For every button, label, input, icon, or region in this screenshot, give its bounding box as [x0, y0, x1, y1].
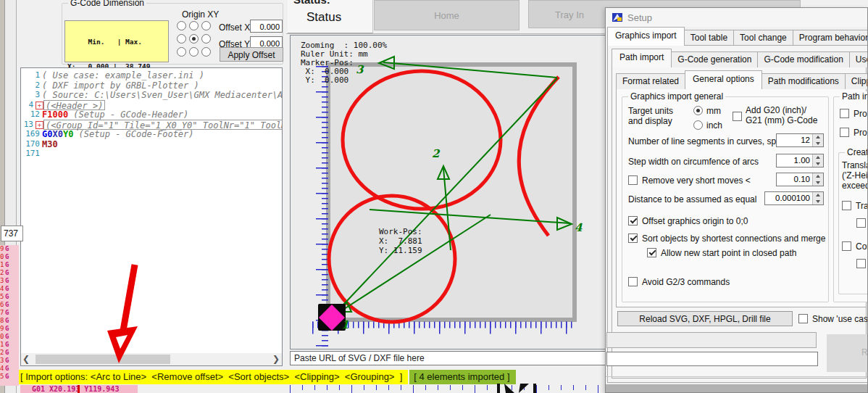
convert-checkbox[interactable] — [842, 241, 851, 251]
radio-inch[interactable] — [693, 120, 703, 130]
status-label: Status — [306, 10, 341, 25]
setup-window-icon — [612, 12, 623, 23]
disabled-info-box — [606, 332, 817, 348]
translate-label: Tran — [856, 201, 868, 211]
path-label-1: 1 — [341, 318, 349, 331]
editor-line[interactable]: 171 — [21, 149, 282, 159]
reload-file-button[interactable]: Reload SVG, DXF, HPGL, Drill file — [617, 311, 793, 326]
scroll-right-arrow-icon[interactable]: ❯ — [272, 354, 280, 364]
work-pos-title: Work-Pos: — [379, 227, 422, 236]
remove-short-moves-checkbox[interactable] — [628, 175, 638, 185]
origin-radio-cl[interactable] — [177, 34, 186, 44]
tab-path-modifications[interactable]: Path modifications — [761, 73, 846, 89]
show-use-case-checkbox[interactable] — [798, 314, 808, 323]
origin-radio-tl[interactable] — [177, 21, 186, 30]
home-button[interactable]: Home — [374, 0, 519, 30]
background-code-row: 3G — [0, 357, 19, 365]
scrollbar-thumb[interactable] — [36, 355, 170, 364]
background-code-row: 0G — [0, 333, 19, 341]
setup-text-input[interactable] — [606, 352, 818, 366]
fold-marker[interactable]: + — [36, 121, 43, 129]
origin-radio-bl[interactable] — [177, 47, 186, 57]
create-z-group: Create Z Translate ('Z-Heigh exceede Tra… — [838, 152, 868, 294]
tab-tool-change[interactable]: Tool change — [733, 30, 793, 46]
background-code-row: 4G — [0, 365, 19, 373]
remove-short-moves-spinner[interactable]: 0.10 — [776, 173, 824, 186]
setup-title-bar[interactable]: Setup — [606, 8, 868, 27]
tab-gcode-generation[interactable]: G-Code generation — [671, 51, 758, 67]
path-label-3: 3 — [356, 63, 364, 76]
spin-down-icon — [813, 180, 823, 186]
result-button[interactable]: Resu — [827, 334, 868, 372]
create-z-text2: ('Z-Heigh — [842, 170, 868, 181]
scroll-left-arrow-icon[interactable]: ❮ — [22, 354, 30, 364]
add-g20-label1: Add G20 (inch)/ — [746, 105, 806, 115]
add-g20-checkbox[interactable] — [733, 112, 742, 121]
editor-hscrollbar[interactable]: ❮ ❯ — [21, 353, 282, 365]
tab-graphics-import[interactable]: Graphics import — [607, 27, 685, 46]
fold-marker[interactable]: + — [36, 102, 43, 109]
editor-line[interactable]: 12F1000 (Setup - GCode-Header) — [21, 109, 282, 120]
editor-line[interactable]: 169G0X0Y0 (Setup - GCode-Footer) — [21, 129, 282, 139]
tab-program-behavior[interactable]: Program behavior — [793, 30, 868, 46]
path-interpretation-title: Path inter — [840, 91, 868, 102]
process-label-2: Proce — [854, 128, 868, 138]
editor-line[interactable]: 13+(<Group Id="1" Tile="1_X0_Y0" ToolNr=… — [21, 120, 282, 130]
radio-mm[interactable] — [693, 106, 703, 115]
target-units-label2: and display — [628, 116, 672, 126]
work-pos-y: Y: 11.159 — [379, 246, 422, 255]
tab-gcode-modification[interactable]: G-Code modification — [757, 51, 849, 67]
origin-radio-cr[interactable] — [201, 34, 211, 44]
step-width-label: Step width on circumfence of arcs — [628, 157, 759, 167]
origin-radio-bc[interactable] — [189, 47, 199, 57]
radio-inch-label: inch — [706, 120, 722, 131]
reload-file-label: Reload SVG, DXF, HPGL, Drill file — [639, 314, 770, 324]
origin-radio-tc[interactable] — [189, 21, 199, 30]
remove-short-moves-label: Remove very short moves < — [642, 175, 751, 186]
distance-equal-spinner[interactable]: 0.000100 — [764, 191, 824, 205]
tab-format-related[interactable]: Format related — [616, 73, 685, 89]
origin-radio-br[interactable] — [201, 47, 211, 57]
background-code-row: 0G — [0, 253, 19, 261]
background-code-row: 8G — [0, 317, 19, 325]
tab-use-cases[interactable]: Use cases — [849, 51, 868, 67]
origin-radio-cc[interactable] — [189, 34, 199, 44]
setup-tabs-level2: Path import G-Code generation G-Code mod… — [612, 49, 868, 67]
editor-line[interactable]: 4+(<Header >) — [21, 100, 282, 110]
tab-general-options[interactable]: General options — [685, 70, 762, 89]
plot-canvas[interactable]: 1 2 3 4 Zooming : 100.00% Ruler Unit: mm… — [290, 35, 607, 349]
tab-clipping[interactable]: Clipping — [845, 73, 868, 89]
editor-line[interactable]: 170M30 — [21, 139, 282, 149]
sort-objects-checkbox[interactable] — [628, 233, 638, 243]
editor-line[interactable]: 3( Source: C:\Users\Sven_User\GMX Mediac… — [21, 90, 282, 100]
setup-bottom-line — [606, 376, 868, 377]
tab-path-import[interactable]: Path import — [612, 49, 672, 67]
setup-tabs-level1: Graphics import Tool table Tool change P… — [607, 27, 868, 46]
convert-sub-checkbox[interactable] — [856, 259, 866, 268]
editor-line[interactable]: 2( DXF import by GRBL-Plotter ) — [21, 80, 282, 91]
offset-x-label: Offset X — [219, 22, 250, 33]
background-code-row: 5G — [0, 293, 19, 301]
avoid-g23-checkbox[interactable] — [628, 277, 638, 286]
allow-new-start-checkbox[interactable] — [647, 248, 656, 257]
background-bottom-code-line: G01 X20.193 Y119.943 — [20, 385, 138, 393]
offset-x-field[interactable] — [250, 20, 283, 33]
apply-offset-button[interactable]: Apply Offset — [220, 47, 283, 62]
step-width-spinner[interactable]: 1.00 — [776, 154, 824, 167]
translate-checkbox[interactable] — [842, 201, 851, 210]
process-checkbox-2[interactable] — [840, 128, 849, 137]
translate-sub-checkbox[interactable] — [856, 218, 866, 228]
tab-tool-table[interactable]: Tool table — [684, 30, 734, 46]
origin-radio-tr[interactable] — [201, 21, 211, 30]
gcode-editor[interactable]: 1( Use case: example_laser.ini ) 2( DXF … — [20, 67, 283, 366]
line-segments-spinner[interactable]: 12 — [776, 133, 824, 147]
offset-origin-checkbox[interactable] — [628, 216, 638, 226]
spin-down-icon — [813, 161, 823, 167]
process-checkbox-1[interactable] — [840, 109, 849, 118]
work-pos-x: X: 7.881 — [379, 236, 422, 246]
setup-bottom-band — [606, 384, 868, 393]
screen: 737 9G0G1G2G3G4G5G6G7G8G9G0G1G2G3G4G5G S… — [0, 0, 868, 393]
background-code-row: 1G — [0, 261, 19, 269]
editor-line[interactable]: 1( Use case: example_laser.ini ) — [21, 70, 282, 80]
background-code-row: 1G — [0, 341, 19, 349]
